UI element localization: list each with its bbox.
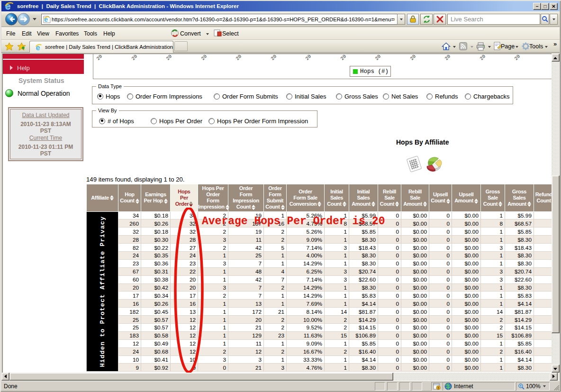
- svg-text:!: !: [438, 386, 439, 390]
